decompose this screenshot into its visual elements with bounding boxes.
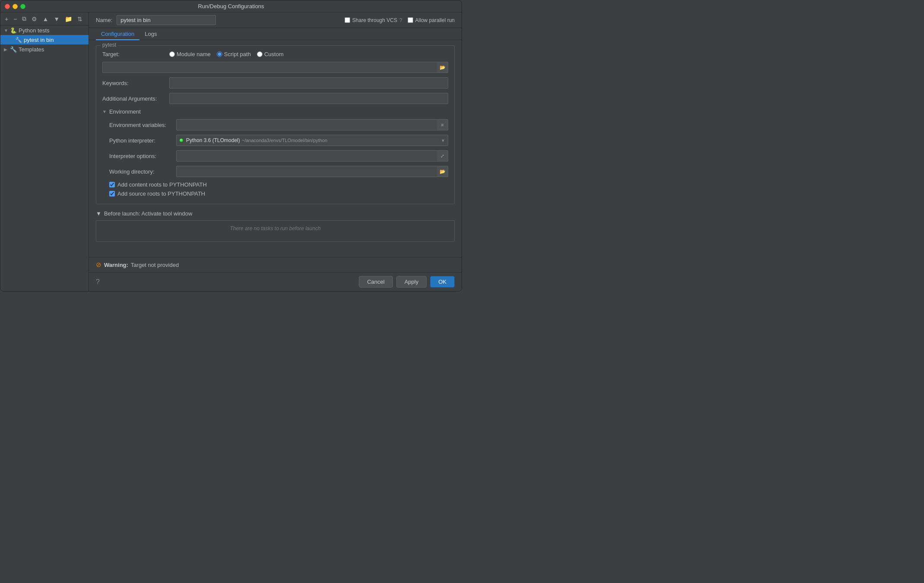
section-legend: pytest xyxy=(101,42,118,48)
sidebar-item-pytest-in-bin[interactable]: 🔧 pytest in bin xyxy=(0,35,89,44)
interpreter-options-expand-button[interactable]: ⤢ xyxy=(437,150,448,162)
sidebar-toolbar: + − ⧉ ⚙ ▲ ▼ 📁 ⇅ xyxy=(0,13,89,25)
interpreter-dropdown-arrow: ▼ xyxy=(441,138,445,143)
share-vcs-checkbox[interactable] xyxy=(345,17,350,23)
python-interpreter-select[interactable]: Python 3.6 (TLOmodel) ~/anaconda3/envs/T… xyxy=(176,135,448,146)
env-variables-input[interactable] xyxy=(176,119,448,130)
env-variables-edit-button[interactable]: ≡ xyxy=(437,119,448,130)
radio-script-path[interactable]: Script path xyxy=(217,51,251,57)
warning-text: Target not provided xyxy=(131,262,179,268)
additional-args-row: Additional Arguments: xyxy=(102,93,448,104)
right-panel: Name: Share through VCS ? Allow parallel… xyxy=(89,13,462,291)
python-interpreter-row: Python interpreter: Python 3.6 (TLOmodel… xyxy=(109,135,448,146)
tab-logs[interactable]: Logs xyxy=(139,28,162,40)
folder-button[interactable]: 📁 xyxy=(63,15,74,23)
help-icon[interactable]: ? xyxy=(96,278,100,286)
working-directory-input[interactable] xyxy=(176,166,448,177)
working-directory-row: Working directory: 📂 xyxy=(109,166,448,177)
remove-config-button[interactable]: − xyxy=(12,15,19,23)
keywords-input[interactable] xyxy=(169,77,448,89)
environment-arrow: ▼ xyxy=(102,109,107,114)
ok-button[interactable]: OK xyxy=(430,276,455,288)
share-vcs-group: Share through VCS ? xyxy=(345,17,402,23)
warning-bold: Warning: xyxy=(104,262,128,268)
allow-parallel-group: Allow parallel run xyxy=(408,17,455,23)
window-title: Run/Debug Configurations xyxy=(198,3,264,10)
radio-script-input[interactable] xyxy=(217,51,222,57)
sidebar: + − ⧉ ⚙ ▲ ▼ 📁 ⇅ ▼ 🐍 Python tests 🔧 pytes… xyxy=(0,13,89,291)
templates-label: Templates xyxy=(19,46,44,53)
env-variables-label: Environment variables: xyxy=(109,122,176,128)
sort-button[interactable]: ⇅ xyxy=(76,15,84,23)
expand-arrow-python-tests: ▼ xyxy=(4,28,10,33)
apply-button[interactable]: Apply xyxy=(396,276,427,288)
environment-content: Environment variables: ≡ Python interpre… xyxy=(102,119,448,197)
sidebar-item-templates[interactable]: ▶ 🔧 Templates xyxy=(0,44,89,54)
working-directory-label: Working directory: xyxy=(109,168,176,175)
content-area: pytest Target: Module name Script path xyxy=(89,40,462,257)
interpreter-options-row: Interpreter options: ⤢ xyxy=(109,150,448,162)
radio-custom-label: Custom xyxy=(264,51,284,57)
env-edit-icon: ≡ xyxy=(441,122,443,127)
sidebar-item-python-tests[interactable]: ▼ 🐍 Python tests xyxy=(0,25,89,35)
script-path-browse-button[interactable]: 📂 xyxy=(437,62,448,73)
templates-icon: 🔧 xyxy=(10,46,17,53)
radio-module-input[interactable] xyxy=(169,51,175,57)
name-label: Name: xyxy=(96,17,112,23)
tab-configuration[interactable]: Configuration xyxy=(96,28,139,40)
env-variables-row: Environment variables: ≡ xyxy=(109,119,448,130)
additional-args-label: Additional Arguments: xyxy=(102,95,169,102)
config-tree: ▼ 🐍 Python tests 🔧 pytest in bin ▶ 🔧 Tem… xyxy=(0,25,89,54)
env-variables-field: ≡ xyxy=(176,119,448,130)
radio-custom-input[interactable] xyxy=(257,51,263,57)
close-button[interactable] xyxy=(5,4,10,9)
tabs-bar: Configuration Logs xyxy=(89,28,462,40)
before-launch-header[interactable]: ▼ Before launch: Activate tool window xyxy=(96,210,455,217)
target-radio-group: Module name Script path Custom xyxy=(169,51,284,57)
interpreter-status-dot xyxy=(179,138,184,143)
before-launch-content: There are no tasks to run before launch xyxy=(96,220,455,242)
add-config-button[interactable]: + xyxy=(3,15,10,23)
script-path-input[interactable] xyxy=(102,62,448,73)
environment-header[interactable]: ▼ Environment xyxy=(102,108,448,115)
radio-custom[interactable]: Custom xyxy=(257,51,284,57)
allow-parallel-checkbox[interactable] xyxy=(408,17,413,23)
maximize-button[interactable] xyxy=(20,4,25,9)
additional-args-input[interactable] xyxy=(169,93,448,104)
move-down-button[interactable]: ▼ xyxy=(52,15,61,23)
settings-button[interactable]: ⚙ xyxy=(30,15,39,23)
add-content-roots-checkbox[interactable] xyxy=(109,182,115,187)
bottom-bar: ? Cancel Apply OK xyxy=(89,272,462,291)
expand-arrow-templates: ▶ xyxy=(4,47,10,52)
environment-section: ▼ Environment Environment variables: ≡ xyxy=(102,108,448,197)
radio-module-label: Module name xyxy=(177,51,211,57)
pytest-icon: 🔧 xyxy=(15,36,22,43)
browse-icon: 📂 xyxy=(440,65,446,70)
before-launch-arrow: ▼ xyxy=(96,210,101,217)
pytest-section: pytest Target: Module name Script path xyxy=(96,45,455,204)
add-source-roots-label: Add source roots to PYTHONPATH xyxy=(117,190,205,197)
move-up-button[interactable]: ▲ xyxy=(41,15,50,23)
add-content-roots-label: Add content roots to PYTHONPATH xyxy=(117,181,207,188)
minimize-button[interactable] xyxy=(13,4,18,9)
python-interpreter-label: Python interpreter: xyxy=(109,137,176,144)
radio-module-name[interactable]: Module name xyxy=(169,51,211,57)
copy-config-button[interactable]: ⧉ xyxy=(20,14,28,23)
interpreter-options-input[interactable] xyxy=(176,150,448,162)
share-vcs-label: Share through VCS xyxy=(352,17,397,23)
header-bar: Name: Share through VCS ? Allow parallel… xyxy=(89,13,462,28)
working-directory-browse-button[interactable]: 📂 xyxy=(437,166,448,177)
script-path-row: 📂 xyxy=(102,62,448,73)
cancel-button[interactable]: Cancel xyxy=(359,276,392,288)
header-right: Share through VCS ? Allow parallel run xyxy=(345,17,455,23)
allow-parallel-label: Allow parallel run xyxy=(415,17,455,23)
interpreter-name: Python 3.6 (TLOmodel) xyxy=(186,137,240,143)
warning-bar: ⊘ Warning: Target not provided xyxy=(89,257,462,272)
pytest-label: pytest in bin xyxy=(24,37,54,43)
warning-icon: ⊘ xyxy=(96,261,101,269)
python-tests-icon: 🐍 xyxy=(10,27,17,34)
name-input[interactable] xyxy=(117,15,216,25)
interpreter-options-field: ⤢ xyxy=(176,150,448,162)
main-layout: + − ⧉ ⚙ ▲ ▼ 📁 ⇅ ▼ 🐍 Python tests 🔧 pytes… xyxy=(0,13,462,291)
add-source-roots-checkbox[interactable] xyxy=(109,191,115,196)
